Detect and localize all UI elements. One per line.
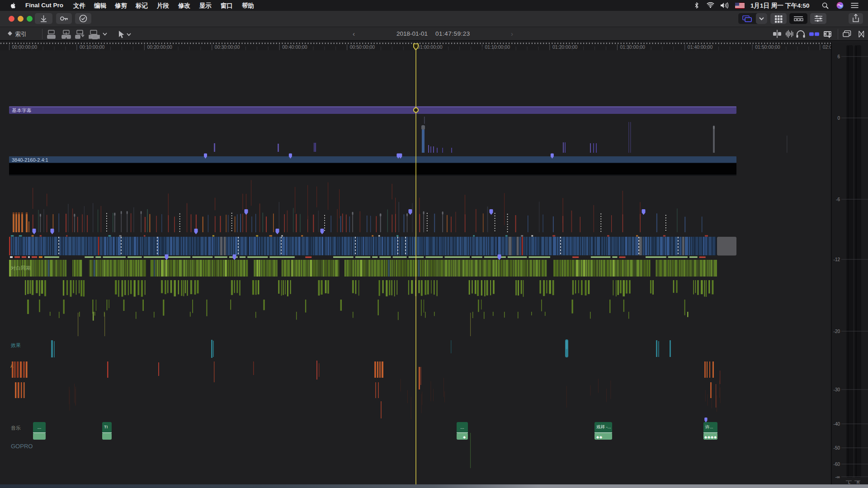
svg-text:3840-2160-2.4:1: 3840-2160-2.4:1 bbox=[12, 157, 48, 163]
svg-text:00:20:00:00: 00:20:00:00 bbox=[147, 44, 172, 50]
svg-text:-60: -60 bbox=[834, 462, 840, 467]
svg-text:戏祥 -...: 戏祥 -... bbox=[596, 424, 611, 429]
svg-text:许...: 许... bbox=[705, 424, 713, 429]
svg-text:◆: ◆ bbox=[708, 435, 711, 439]
svg-text:◆: ◆ bbox=[711, 435, 714, 439]
svg-text:00:10:00:00: 00:10:00:00 bbox=[80, 44, 105, 50]
svg-text:◆: ◆ bbox=[704, 435, 708, 439]
svg-text:00:40:00:00: 00:40:00:00 bbox=[282, 44, 307, 50]
svg-text:-30: -30 bbox=[834, 387, 840, 392]
svg-text:-6: -6 bbox=[836, 197, 840, 202]
svg-text:01:10:00:00: 01:10:00:00 bbox=[485, 44, 510, 50]
svg-text:01:30:00:00: 01:30:00:00 bbox=[620, 44, 645, 50]
svg-text:◆: ◆ bbox=[463, 435, 466, 439]
svg-text:TI: TI bbox=[104, 424, 108, 429]
svg-text:GOPRO: GOPRO bbox=[11, 443, 33, 450]
svg-text:02:0: 02:0 bbox=[823, 44, 832, 50]
svg-text:音乐: 音乐 bbox=[11, 425, 21, 431]
svg-text:01:00:00:00: 01:00:00:00 bbox=[417, 44, 443, 50]
svg-text:-40: -40 bbox=[834, 422, 840, 427]
svg-text:-∞: -∞ bbox=[835, 474, 840, 479]
svg-text:01:50:00:00: 01:50:00:00 bbox=[755, 44, 780, 50]
svg-text:对白同期: 对白同期 bbox=[11, 265, 31, 271]
svg-text:01:20:00:00: 01:20:00:00 bbox=[552, 44, 578, 50]
svg-text:...: ... bbox=[38, 425, 41, 430]
svg-text:-12: -12 bbox=[834, 257, 840, 262]
svg-text:-50: -50 bbox=[834, 446, 840, 450]
svg-text:6: 6 bbox=[837, 54, 840, 59]
svg-text:◆: ◆ bbox=[596, 435, 599, 439]
svg-text:00:00:00:00: 00:00:00:00 bbox=[12, 44, 38, 50]
svg-text:...: ... bbox=[460, 425, 464, 430]
svg-text:00:50:00:00: 00:50:00:00 bbox=[350, 44, 375, 50]
svg-text:◆: ◆ bbox=[714, 435, 717, 439]
svg-text:0: 0 bbox=[837, 116, 840, 121]
svg-text:-20: -20 bbox=[834, 329, 840, 334]
svg-text:01:40:00:00: 01:40:00:00 bbox=[688, 44, 713, 50]
svg-text:◆: ◆ bbox=[599, 435, 603, 439]
svg-text:00:30:00:00: 00:30:00:00 bbox=[215, 44, 240, 50]
svg-text:基本字幕: 基本字幕 bbox=[12, 108, 32, 113]
svg-text:效果: 效果 bbox=[11, 343, 21, 348]
